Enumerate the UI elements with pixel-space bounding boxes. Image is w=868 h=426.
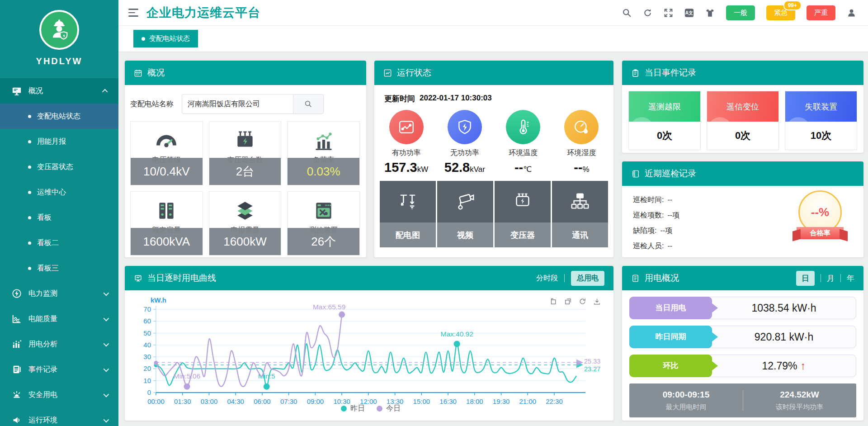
cell-value: 09:00-09:15 xyxy=(663,390,710,400)
card-title: 当日逐时用电曲线 xyxy=(147,272,216,284)
theme-shirt-icon[interactable] xyxy=(705,8,715,18)
svg-text:70: 70 xyxy=(143,305,151,313)
legend-yesterday[interactable]: 昨日 xyxy=(341,404,365,413)
pass-rate-badge: --% 合格率 xyxy=(797,190,844,239)
station-search-button[interactable] xyxy=(293,94,324,114)
bullet-icon xyxy=(28,216,31,219)
svg-text:60: 60 xyxy=(143,317,151,325)
svg-text:Max:65.59: Max:65.59 xyxy=(313,303,345,311)
card-title: 运行状态 xyxy=(397,67,431,79)
tab-month[interactable]: 月 xyxy=(827,273,835,284)
overview-card-header: 概况 xyxy=(125,61,366,85)
search-icon xyxy=(304,100,312,108)
sidebar-item-monthly-energy-report[interactable]: 用能月报 xyxy=(0,129,118,154)
tile-rated-capacity: 额定容量 1600kVA xyxy=(130,191,203,256)
update-time-label: 更新时间 xyxy=(384,94,415,104)
update-time-row: 更新时间 2022-01-17 10:30:03 xyxy=(374,85,613,104)
chevron-down-icon xyxy=(104,341,109,346)
event-telemetry-overrun: 遥测越限 0次 xyxy=(628,91,701,150)
metric-value: 157.3 xyxy=(384,160,417,175)
svg-text:21:00: 21:00 xyxy=(519,398,537,405)
device-window-icon xyxy=(288,196,359,225)
station-name-label: 变配电站名称 xyxy=(130,99,182,109)
main-area: 企业电力运维云平台 A文 一般 紧急 xyxy=(118,0,868,426)
bullet-icon xyxy=(28,115,31,118)
user-icon[interactable] xyxy=(847,8,856,18)
tab-year[interactable]: 年 xyxy=(847,273,854,284)
tab-label: 变配电站状态 xyxy=(149,34,190,43)
lightning-circle-icon xyxy=(12,289,22,298)
row-label: 巡检人员: xyxy=(633,238,664,254)
sidebar-subitem-label: 用能月报 xyxy=(37,137,66,147)
metric-value: 52.8 xyxy=(444,160,470,175)
event-lost-devices: 失联装置 10次 xyxy=(785,91,857,150)
ratio-row: 环比 12.79%↑ xyxy=(629,355,856,377)
badge-severe[interactable]: 严重 xyxy=(807,5,835,20)
toggle-by-period[interactable]: 分时段 xyxy=(536,274,558,283)
sidebar-item-ops-center[interactable]: 运维中心 xyxy=(0,180,118,205)
tab-day[interactable]: 日 xyxy=(796,271,815,286)
station-name-input[interactable] xyxy=(182,94,293,114)
sidebar-item-power-monitoring[interactable]: 电力监测 xyxy=(0,281,118,306)
sidebar-item-electrical-safety[interactable]: 安全用电 xyxy=(0,382,118,407)
sidebar-item-transformer-status[interactable]: 变压器状态 xyxy=(0,154,118,180)
sidebar-item-board-2[interactable]: 看板二 xyxy=(0,230,118,256)
sidebar-item-label: 事件记录 xyxy=(28,365,57,374)
metric-unit: kW xyxy=(417,165,429,174)
sidebar-item-substation-status[interactable]: 变配电站状态 xyxy=(0,104,118,129)
sidebar-item-power-quality[interactable]: 电能质量 xyxy=(0,306,118,331)
sidebar-subitem-label: 变压器状态 xyxy=(37,162,73,172)
inspector-row: 巡检人员: -- xyxy=(633,238,853,254)
row-value: -- xyxy=(667,192,672,208)
svg-text:20: 20 xyxy=(143,364,151,372)
row-value: 12.79%↑ xyxy=(712,360,856,372)
tab-bar: 变配电站状态 xyxy=(118,26,868,52)
row-tag: 昨日同期 xyxy=(629,326,712,348)
chart-legend: 昨日 今日 xyxy=(341,404,401,413)
transformer-button[interactable]: 变压器 xyxy=(495,181,551,247)
communication-button[interactable]: 通讯 xyxy=(552,181,608,247)
distribution-diagram-button[interactable]: 配电图 xyxy=(380,181,436,247)
up-arrow-icon: ↑ xyxy=(801,360,806,372)
sidebar-item-event-records[interactable]: 事件记录 xyxy=(0,357,118,382)
sidebar-item-operating-environment[interactable]: 运行环境 xyxy=(0,407,118,426)
badge-urgent[interactable]: 紧急 99+ xyxy=(766,5,795,20)
translate-icon[interactable]: A文 xyxy=(684,8,694,18)
sidebar-item-board-3[interactable]: 看板三 xyxy=(0,256,118,281)
calendar-icon xyxy=(134,69,142,77)
avatar xyxy=(39,10,79,50)
tile-value: 10/0.4kV xyxy=(131,158,203,185)
legend-label: 今日 xyxy=(386,404,401,413)
overview-card: 概况 变配电站名称 xyxy=(125,61,366,257)
legend-dot xyxy=(377,406,382,412)
svg-text:03:00: 03:00 xyxy=(201,398,218,405)
row-tag: 当日用电 xyxy=(629,297,712,319)
search-icon[interactable] xyxy=(622,8,632,18)
event-signal-change: 遥信变位 0次 xyxy=(707,91,779,150)
layers-icon xyxy=(209,196,281,225)
sidebar-item-usage-analysis[interactable]: 用电分析 xyxy=(0,331,118,357)
tile-transformer-count: 变压器台数 2台 xyxy=(209,121,282,185)
refresh-icon[interactable] xyxy=(643,8,652,18)
clipboard-icon xyxy=(631,69,640,77)
sidebar-item-board[interactable]: 看板 xyxy=(0,205,118,230)
logo-text: YHDLYW xyxy=(0,56,118,66)
badge-general[interactable]: 一般 xyxy=(726,5,755,20)
hamburger-icon[interactable] xyxy=(128,9,138,17)
metric-unit: ℃ xyxy=(523,165,532,174)
svg-text:15:00: 15:00 xyxy=(413,398,430,405)
circuit-diagram-icon xyxy=(380,181,436,222)
toggle-total-usage[interactable]: 总用电 xyxy=(571,271,604,286)
card-title: 概况 xyxy=(147,67,165,79)
sidebar-item-overview[interactable]: 概况 xyxy=(0,78,118,104)
video-button[interactable]: 视频 xyxy=(437,181,493,247)
tab-substation-status[interactable]: 变配电站状态 xyxy=(133,30,198,47)
tile-measuring-devices: 测控装置 26个 xyxy=(287,191,360,256)
legend-today[interactable]: 今日 xyxy=(377,404,401,413)
top-bar: 企业电力运维云平台 A文 一般 紧急 xyxy=(118,0,868,26)
toggle-separator xyxy=(564,274,565,282)
camera-icon xyxy=(437,181,493,222)
bullet-icon xyxy=(28,140,31,143)
cell-label: 该时段平均功率 xyxy=(776,403,823,412)
fullscreen-icon[interactable] xyxy=(664,8,673,18)
